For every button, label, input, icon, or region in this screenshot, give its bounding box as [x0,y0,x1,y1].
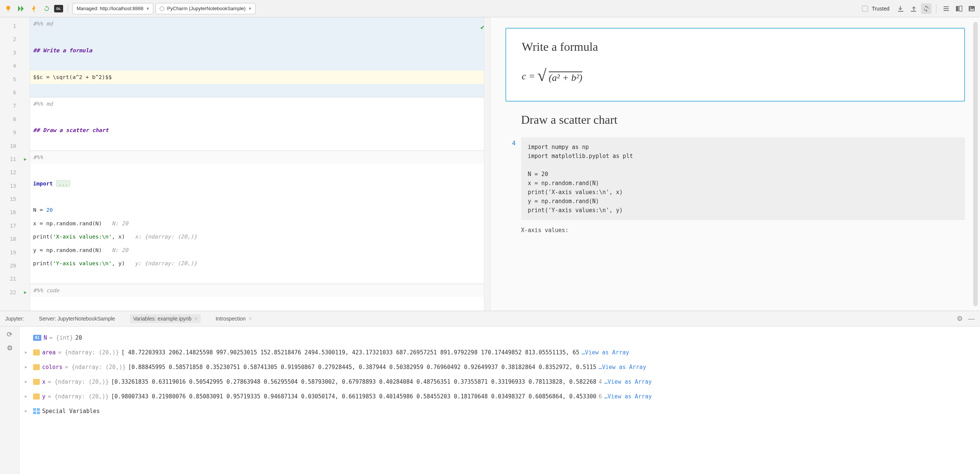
trusted-label: Trusted [872,6,889,12]
chevron-down-icon: ▾ [146,6,149,11]
editor-line-current[interactable]: $$c = \sqrt(a^2 + b^2)$$ [30,71,490,84]
image-view-icon[interactable] [966,3,977,14]
gear-icon[interactable]: ⚙ [7,344,13,352]
line-number: 10 [0,140,30,153]
line-number: 11▶ [0,153,30,166]
line-number: 2 [0,33,30,46]
line-number: 8 [0,113,30,126]
editor-line[interactable]: print('Y-axis values:\n', y) y: {ndarray… [30,257,490,270]
editor-line[interactable] [30,270,490,283]
view-as-array-link[interactable]: …View as Array [598,364,646,370]
minimize-icon[interactable]: — [968,315,975,323]
tab-introspection[interactable]: Introspection× [213,314,255,323]
editor-gutter: 1 2 3 4 5 6 7 8 9 10 11▶ 12 13 15 16 17 … [0,17,30,311]
line-number: 19 [0,246,30,259]
variable-row-x[interactable]: ▶ x = {ndarray: (20,)} [0.33261835 0.631… [25,374,975,389]
editor-line[interactable]: import ... [30,177,490,190]
variables-side-toolbar: ⟳ ⚙ [0,327,19,474]
code-editor[interactable]: ✔ #%% md ## Write a formula $$c = \sqrt(… [30,17,490,311]
kernel-dropdown[interactable]: PyCharm (JupyterNotebookSample)▾ [156,3,256,14]
expander-icon[interactable]: ▶ [25,409,31,413]
line-number: 4 [0,59,30,73]
editor-line[interactable] [30,190,490,204]
editor-line[interactable]: y = np.random.rand(N) N: 20 [30,244,490,257]
close-icon[interactable]: × [249,316,252,322]
separator [68,5,68,13]
view-as-array-link[interactable]: …View as Array [604,378,652,385]
tab-variables[interactable]: Variables: example.ipynb× [130,314,200,323]
separator [936,5,936,13]
gear-icon[interactable]: ⚙ [957,314,963,323]
editor-line[interactable] [30,57,490,70]
preview-heading: Draw a scatter chart [521,113,965,127]
editor-line[interactable]: x = np.random.rand(N) N: 20 [30,217,490,230]
expander-icon[interactable]: ▶ [25,394,31,399]
ndarray-icon [33,364,40,370]
variable-row-area[interactable]: ▶ area = {ndarray: (20,)} [ 48.72203933 … [25,345,975,360]
editor-line[interactable]: print('X-axis values:\n', x) x: {ndarray… [30,230,490,243]
exec-count-badge: 4 [512,140,516,147]
editor-line[interactable] [30,84,490,97]
line-number: 9 [0,126,30,139]
svg-rect-0 [956,6,959,11]
toolbar: DL Managed: http://localhost:8888▾ PyCha… [0,0,980,17]
int-icon: 01 [33,335,41,341]
editor-line[interactable]: #%% [30,150,490,164]
expander-icon[interactable]: ▶ [25,350,31,355]
bulb-icon[interactable] [3,3,14,14]
variable-row-special[interactable]: ▶ Special Variables [25,404,975,418]
formula-render: c = √ (a² + b²) [522,67,949,86]
preview-formula-card[interactable]: Write a formula c = √ (a² + b²) [505,28,965,102]
jupyter-tool-tabs: Jupyter: Server: JupyterNotebookSample V… [0,311,980,327]
upload-icon[interactable] [908,3,919,14]
editor-line[interactable] [30,30,490,44]
tab-server[interactable]: Server: JupyterNotebookSample [36,314,118,323]
sync-icon[interactable] [921,3,932,14]
editor-line[interactable]: #%% md [30,17,490,30]
variable-row-y[interactable]: ▶ y = {ndarray: (20,)} [0.98007343 0.219… [25,389,975,404]
expander-icon[interactable]: ▶ [25,364,31,369]
svg-rect-1 [959,6,962,11]
download-icon[interactable] [896,3,906,14]
run-all-icon[interactable] [16,3,26,14]
refresh-icon[interactable]: ⟳ [7,330,13,338]
server-dropdown[interactable]: Managed: http://localhost:8888▾ [73,3,153,14]
editor-line[interactable]: ## Write a formula [30,44,490,57]
expander-icon[interactable]: ▶ [25,379,31,384]
split-view-icon[interactable] [954,3,964,14]
editor-line[interactable]: #%% md [30,97,490,110]
line-number: 15 [0,193,30,206]
editor-line[interactable]: N = 20 [30,204,490,217]
line-number: 5 [0,73,30,86]
line-number: 22▶ [0,286,30,299]
editor-line[interactable]: ## Draw a scatter chart [30,124,490,137]
fold-region[interactable]: ... [56,180,70,187]
variable-row-colors[interactable]: ▶ colors = {ndarray: (20,)} [0.88845995 … [25,360,975,374]
editor-line[interactable]: #%% code [30,284,490,297]
special-vars-icon [33,408,40,414]
editor-line[interactable] [30,137,490,150]
ndarray-icon [33,379,40,385]
list-view-icon[interactable] [941,3,951,14]
editor-line[interactable] [30,110,490,124]
line-number: 3 [0,46,30,59]
preview-output: X-axis values: [521,227,965,234]
preview-scrollbar[interactable] [973,22,978,306]
variables-tree[interactable]: 01 N = {int} 20 ▶ area = {ndarray: (20,)… [19,327,980,474]
chevron-down-icon: ▾ [249,6,251,11]
datalore-icon[interactable]: DL [54,5,63,13]
trusted-checkbox[interactable] [862,6,868,12]
editor-line[interactable] [30,164,490,177]
editor-scrollbar[interactable] [484,17,490,311]
run-cell-icon[interactable]: ▶ [24,153,27,166]
restart-icon[interactable] [41,3,52,14]
view-as-array-link[interactable]: …View as Array [582,349,629,356]
close-icon[interactable]: × [195,316,198,322]
interrupt-icon[interactable] [29,3,39,14]
notebook-preview: Write a formula c = √ (a² + b²) Draw a s… [490,17,980,311]
view-as-array-link[interactable]: …View as Array [604,393,652,400]
run-cell-icon[interactable]: ▶ [24,286,27,299]
variable-row-N[interactable]: 01 N = {int} 20 [25,330,975,345]
preview-code-block[interactable]: import numpy as np import matplotlib.pyp… [521,137,965,220]
line-number: 7 [0,99,30,112]
